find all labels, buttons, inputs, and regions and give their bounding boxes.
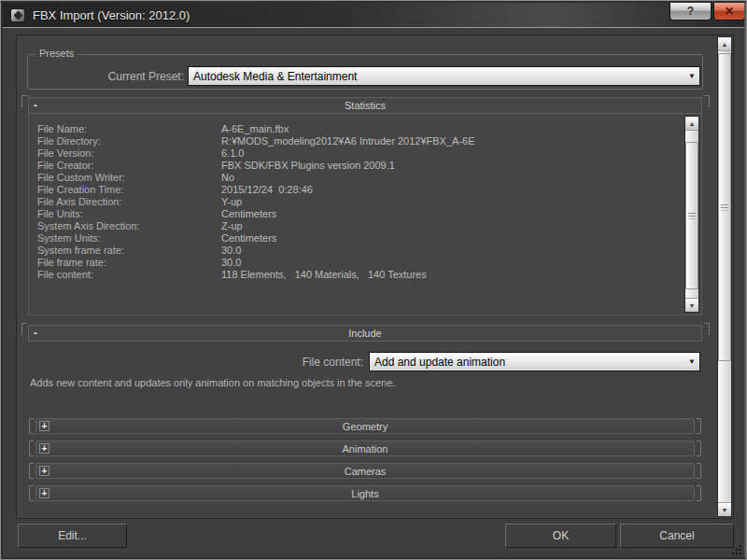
- close-button[interactable]: ✕: [713, 3, 745, 21]
- edit-button[interactable]: Edit...: [18, 524, 127, 548]
- file-content-description: Adds new content and updates only animat…: [30, 377, 395, 388]
- grip-icon: [688, 213, 696, 219]
- stat-label: System Axis Direction:: [37, 220, 221, 232]
- stats-row: System frame rate:30.0: [37, 245, 701, 257]
- presets-group-label: Presets: [35, 48, 78, 59]
- stat-label: File Units:: [37, 208, 221, 220]
- include-rollup-header[interactable]: - Include: [28, 325, 702, 342]
- stats-row: File Units:Centimeters: [37, 208, 701, 220]
- stats-row: File Version:6.1.0: [37, 147, 701, 160]
- scrollbar-thumb[interactable]: [685, 142, 698, 289]
- rollup-geometry[interactable]: + Geometry: [35, 418, 695, 434]
- stats-row: File Axis Direction:Y-up: [37, 196, 701, 208]
- app-icon: [10, 8, 25, 22]
- scroll-up-button[interactable]: ▲: [718, 37, 731, 51]
- cancel-button[interactable]: Cancel: [620, 524, 734, 548]
- stats-row: File Name:A-6E_main.fbx: [37, 123, 701, 135]
- rollup-lights[interactable]: + Lights: [35, 485, 695, 501]
- stat-value: 6.1.0: [221, 147, 244, 160]
- stats-row: File frame rate:30.0: [37, 257, 701, 269]
- current-preset-dropdown[interactable]: Autodesk Media & Entertainment ▼: [188, 66, 700, 86]
- rollup-animation[interactable]: + Animation: [35, 441, 695, 456]
- stat-label: System frame rate:: [37, 245, 221, 257]
- stat-value: Z-up: [221, 220, 243, 232]
- stats-row: System Axis Direction:Z-up: [37, 220, 701, 232]
- stat-label: File content:: [37, 269, 221, 281]
- scroll-down-button[interactable]: ▼: [685, 298, 698, 312]
- dropdown-value: Autodesk Media & Entertainment: [189, 70, 684, 83]
- stat-label: File Custom Writer:: [37, 172, 221, 184]
- statistics-title: Statistics: [345, 100, 386, 111]
- chevron-down-icon: ▼: [684, 357, 699, 366]
- stat-value: Centimeters: [221, 232, 276, 245]
- statistics-panel: File Name:A-6E_main.fbx File Directory:R…: [28, 114, 702, 315]
- arrow-up-icon: ▲: [722, 41, 728, 48]
- expand-icon: +: [39, 421, 49, 431]
- stats-row: File Creator:FBX SDK/FBX Plugins version…: [37, 160, 701, 172]
- grip-icon: [721, 204, 728, 211]
- arrow-down-icon: ▼: [689, 302, 696, 309]
- stat-label: File Name:: [37, 123, 221, 135]
- rollup-cameras[interactable]: + Cameras: [35, 463, 695, 479]
- stat-value: FBX SDK/FBX Plugins version 2009.1: [221, 160, 395, 172]
- rollup-label: Animation: [343, 443, 388, 455]
- scrollbar-thumb[interactable]: [718, 53, 731, 361]
- resize-grip-icon: [732, 545, 734, 547]
- collapse-icon: -: [34, 99, 37, 112]
- stat-value: A-6E_main.fbx: [221, 123, 289, 135]
- stat-label: File Creation Time:: [37, 184, 221, 196]
- edit-button-label: Edit...: [58, 529, 87, 542]
- include-title: Include: [348, 328, 381, 339]
- stat-value: 2015/12/24 0:28:46: [221, 184, 313, 196]
- stat-label: File Axis Direction:: [37, 196, 221, 208]
- rollup-label: Cameras: [345, 466, 387, 477]
- rollup-label: Lights: [351, 488, 378, 499]
- resize-grip[interactable]: [731, 544, 743, 556]
- arrow-down-icon: ▼: [722, 507, 728, 513]
- fbx-import-dialog: FBX Import (Version: 2012.0) ? ✕ ▲ ▼ Pre…: [0, 0, 747, 560]
- app-icon-glyph: [13, 10, 22, 20]
- titlebar[interactable]: FBX Import (Version: 2012.0): [3, 3, 744, 28]
- stat-value: 118 Elements, 140 Materials, 140 Texture…: [221, 269, 427, 281]
- rollup-label: Geometry: [343, 421, 388, 432]
- stats-row: File Directory:R:¥MODS_modeling2012¥A6 I…: [37, 135, 701, 147]
- stat-value: Centimeters: [221, 208, 276, 220]
- statistics-scrollbar[interactable]: ▲ ▼: [684, 116, 699, 313]
- file-content-label: File content:: [225, 356, 363, 369]
- expand-icon: +: [39, 466, 49, 476]
- stat-label: File Version:: [37, 147, 221, 160]
- main-scrollbar[interactable]: ▲ ▼: [717, 36, 732, 517]
- stats-row: File content:118 Elements, 140 Materials…: [37, 269, 701, 281]
- stats-row: System Units:Centimeters: [37, 232, 701, 245]
- stat-value: 30.0: [221, 245, 241, 257]
- scroll-up-button[interactable]: ▲: [685, 117, 698, 131]
- stat-value: R:¥MODS_modeling2012¥A6 Intruder 2012¥FB…: [221, 135, 475, 147]
- help-icon: ?: [687, 5, 694, 18]
- arrow-up-icon: ▲: [689, 120, 696, 127]
- close-icon: ✕: [725, 5, 734, 18]
- stat-label: File frame rate:: [37, 257, 221, 269]
- help-button[interactable]: ?: [669, 3, 712, 21]
- expand-icon: +: [39, 443, 49, 454]
- stat-value: No: [221, 172, 234, 184]
- expand-icon: +: [39, 488, 49, 498]
- ok-button-label: OK: [553, 529, 569, 542]
- ok-button[interactable]: OK: [505, 524, 616, 548]
- current-preset-label: Current Preset:: [57, 70, 184, 83]
- stats-row: File Creation Time:2015/12/24 0:28:46: [37, 184, 701, 196]
- dropdown-value: Add and update animation: [370, 356, 684, 369]
- stat-label: File Creator:: [37, 160, 221, 172]
- stat-label: System Units:: [37, 232, 221, 245]
- statistics-rollup-header[interactable]: - Statistics: [28, 97, 702, 114]
- window-title: FBX Import (Version: 2012.0): [33, 8, 190, 22]
- chevron-down-icon: ▼: [684, 72, 699, 80]
- stat-value: Y-up: [221, 196, 242, 208]
- cancel-button-label: Cancel: [659, 529, 694, 542]
- file-content-dropdown[interactable]: Add and update animation ▼: [369, 352, 700, 371]
- stat-value: 30.0: [221, 257, 241, 269]
- scroll-down-button[interactable]: ▼: [718, 502, 731, 516]
- stat-label: File Directory:: [37, 135, 221, 147]
- collapse-icon: -: [34, 327, 37, 340]
- statistics-rows: File Name:A-6E_main.fbx File Directory:R…: [29, 114, 701, 281]
- stats-row: File Custom Writer:No: [37, 172, 701, 184]
